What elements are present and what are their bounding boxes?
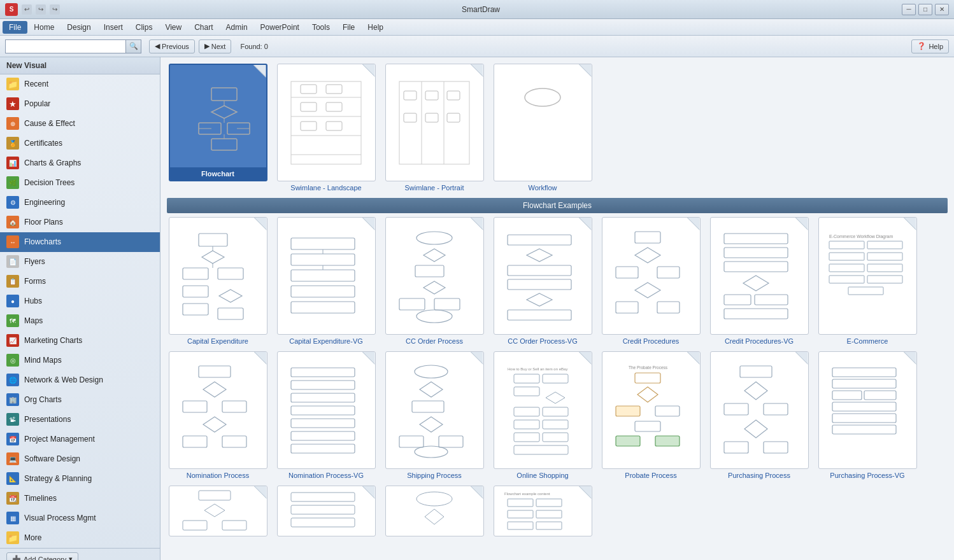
menu-admin[interactable]: Admin: [220, 21, 254, 34]
next-button[interactable]: ▶ Next: [199, 39, 232, 53]
cc-order-vg-thumb[interactable]: [494, 217, 592, 335]
forms-label: Forms: [24, 277, 46, 286]
cc-order-thumb[interactable]: [385, 217, 484, 335]
svg-rect-4: [211, 139, 237, 150]
menu-home[interactable]: Home: [27, 21, 61, 34]
swimlane-landscape-thumb[interactable]: [277, 64, 376, 181]
template-card-probate[interactable]: The Probate Process Probate Process: [600, 351, 702, 479]
template-card-shipping[interactable]: Shipping Process: [383, 351, 485, 479]
ecommerce-thumb[interactable]: E-Commerce Workflow Diagram: [818, 217, 917, 335]
sidebar-item-floor-plans[interactable]: 🏠 Floor Plans: [0, 213, 160, 232]
menu-help[interactable]: Help: [361, 21, 390, 34]
svg-marker-102: [420, 417, 443, 432]
sidebar-item-more[interactable]: 📁 More: [0, 528, 160, 548]
menu-view[interactable]: View: [159, 21, 188, 34]
previous-button[interactable]: ◀ Previous: [149, 39, 195, 53]
template-card-online-shopping[interactable]: How to Buy or Sell an item on eBay: [492, 351, 594, 479]
online-shopping-thumb[interactable]: How to Buy or Sell an item on eBay: [494, 351, 592, 469]
sidebar-item-recent[interactable]: 📁 Recent: [0, 74, 160, 94]
sidebar-item-flyers[interactable]: 📄 Flyers: [0, 252, 160, 272]
menu-tools[interactable]: Tools: [306, 21, 336, 34]
template-card-row3-1[interactable]: [167, 486, 269, 536]
sidebar-item-software-design[interactable]: 💻 Software Design: [0, 449, 160, 469]
sidebar-item-presentations[interactable]: 📽 Presentations: [0, 410, 160, 430]
template-card-purchasing-vg[interactable]: Purchasing Process-VG: [816, 351, 918, 479]
template-card-workflow[interactable]: Workflow: [492, 64, 594, 192]
close-button[interactable]: ✕: [935, 4, 949, 15]
template-card-row3-2[interactable]: [275, 486, 377, 536]
sidebar-item-visual-process[interactable]: ▦ Visual Process Mgmt: [0, 508, 160, 528]
template-card-credit-procedures-vg[interactable]: Credit Procedures-VG: [708, 217, 810, 345]
template-card-nomination-vg[interactable]: Nomination Process-VG: [275, 351, 377, 479]
menu-chart[interactable]: Chart: [188, 21, 219, 34]
row3-thumb-3[interactable]: [385, 486, 484, 536]
template-card-cc-order[interactable]: CC Order Process: [383, 217, 485, 345]
template-card-ecommerce[interactable]: E-Commerce Workflow Diagram E-Commerce: [816, 217, 918, 345]
sidebar-item-certificates[interactable]: 🏅 Certificates: [0, 134, 160, 153]
sidebar-item-timelines[interactable]: 📆 Timelines: [0, 489, 160, 508]
menu-file2[interactable]: File: [336, 21, 361, 34]
svg-point-105: [415, 446, 448, 458]
sidebar-item-network-web[interactable]: 🌐 Network & Web Design: [0, 370, 160, 390]
minimize-button[interactable]: ─: [902, 4, 916, 15]
template-card-capital-expenditure-vg[interactable]: Capital Expenditure-VG: [275, 217, 377, 345]
nomination-vg-thumb[interactable]: [277, 351, 376, 469]
template-card-purchasing[interactable]: Purchasing Process: [708, 351, 810, 479]
undo-btn[interactable]: ↩: [22, 4, 32, 15]
template-card-nomination[interactable]: Nomination Process: [167, 351, 269, 479]
sidebar-item-flowcharts[interactable]: ↔ Flowcharts: [0, 232, 160, 252]
template-card-row3-3[interactable]: [383, 486, 485, 536]
sidebar-item-charts-graphs[interactable]: 📊 Charts & Graphs: [0, 153, 160, 173]
sidebar-item-project-management[interactable]: 📅 Project Management: [0, 430, 160, 449]
nomination-thumb[interactable]: [169, 351, 267, 469]
template-card-swimlane-portrait[interactable]: Swimlane - Portrait: [383, 64, 485, 192]
template-card-flowchart[interactable]: Flowchart: [167, 64, 269, 192]
sidebar-item-popular[interactable]: ★ Popular: [0, 94, 160, 114]
menu-clips[interactable]: Clips: [129, 21, 159, 34]
redo2-btn[interactable]: ↪: [50, 4, 60, 15]
row3-thumb-2[interactable]: [277, 486, 376, 536]
examples-section-header: Flowchart Examples: [167, 198, 948, 213]
menu-insert[interactable]: Insert: [97, 21, 129, 34]
add-category-button[interactable]: ➕ Add Category ▾: [6, 552, 78, 560]
workflow-thumb[interactable]: [494, 64, 592, 181]
search-button[interactable]: 🔍: [126, 39, 141, 53]
template-card-cc-order-vg[interactable]: CC Order Process-VG: [492, 217, 594, 345]
sidebar-item-engineering[interactable]: ⚙ Engineering: [0, 193, 160, 213]
swimlane-portrait-thumb[interactable]: [385, 64, 484, 181]
sidebar-item-decision-trees[interactable]: 🌿 Decision Trees: [0, 173, 160, 193]
row3-thumb-1[interactable]: [169, 486, 267, 536]
template-card-swimlane-landscape[interactable]: Swimlane - Landscape: [275, 64, 377, 192]
sidebar-item-strategy-planning[interactable]: 📐 Strategy & Planning: [0, 469, 160, 489]
row3-thumb-4[interactable]: Flowchart example content: [494, 486, 592, 536]
menu-design[interactable]: Design: [61, 21, 97, 34]
sidebar-item-forms[interactable]: 📋 Forms: [0, 272, 160, 291]
svg-rect-129: [764, 403, 788, 415]
capital-expenditure-thumb[interactable]: [169, 217, 267, 335]
menu-file[interactable]: File: [3, 21, 27, 34]
probate-thumb[interactable]: The Probate Process: [602, 351, 701, 469]
help-button[interactable]: ❓ Help: [911, 39, 949, 53]
swimlane-landscape-name: Swimlane - Landscape: [290, 184, 361, 192]
sidebar-item-org-charts[interactable]: 🏢 Org Charts: [0, 390, 160, 410]
purchasing-thumb[interactable]: [710, 351, 809, 469]
shipping-thumb[interactable]: [385, 351, 484, 469]
flowchart-thumb[interactable]: Flowchart: [169, 64, 267, 181]
sidebar-item-hubs[interactable]: ● Hubs: [0, 291, 160, 311]
maximize-button[interactable]: □: [918, 4, 932, 15]
template-card-row3-4[interactable]: Flowchart example content: [492, 486, 594, 536]
sidebar-item-maps[interactable]: 🗺 Maps: [0, 311, 160, 331]
sidebar-item-mind-maps[interactable]: ◎ Mind Maps: [0, 351, 160, 370]
purchasing-vg-thumb[interactable]: [818, 351, 917, 469]
redo-btn[interactable]: ↪: [36, 4, 46, 15]
sidebar-item-marketing-charts[interactable]: 📈 Marketing Charts: [0, 331, 160, 351]
search-input[interactable]: [5, 39, 126, 53]
svg-marker-120: [637, 387, 658, 402]
template-card-capital-expenditure[interactable]: Capital Expenditure: [167, 217, 269, 345]
credit-procedures-thumb[interactable]: [602, 217, 701, 335]
menu-powerpoint[interactable]: PowerPoint: [254, 21, 306, 34]
credit-procedures-vg-thumb[interactable]: [710, 217, 809, 335]
sidebar-item-cause-effect[interactable]: ⊕ Cause & Effect: [0, 114, 160, 134]
template-card-credit-procedures[interactable]: Credit Procedures: [600, 217, 702, 345]
capital-expenditure-vg-thumb[interactable]: [277, 217, 376, 335]
